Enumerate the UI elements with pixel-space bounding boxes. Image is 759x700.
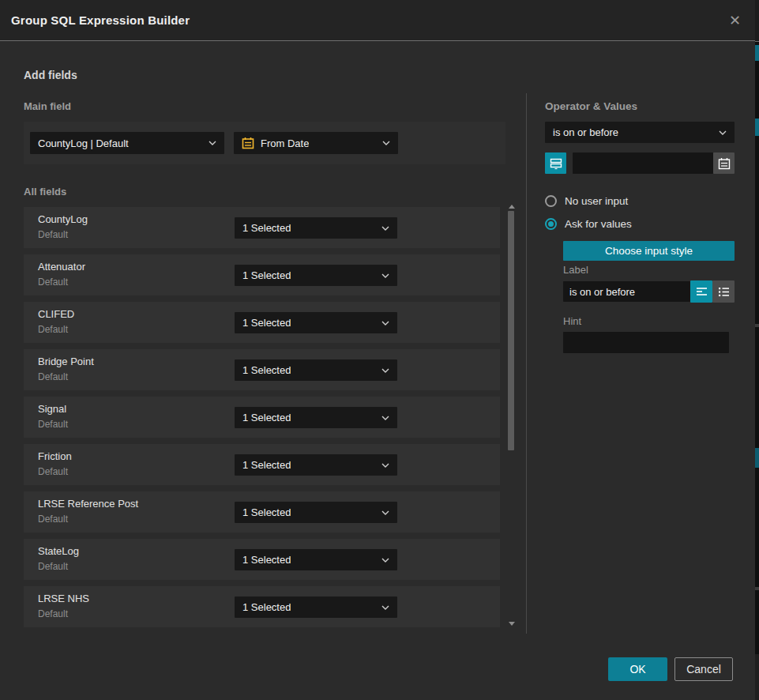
field-values-select[interactable]: 1 Selected bbox=[235, 454, 397, 476]
dialog-title: Group SQL Expression Builder bbox=[11, 13, 190, 27]
radio-label: No user input bbox=[565, 195, 628, 207]
field-subtitle: Default bbox=[38, 324, 68, 335]
scroll-up-icon[interactable] bbox=[509, 205, 515, 209]
field-row: CountyLog Default 1 Selected bbox=[24, 207, 500, 248]
bulleted-list-icon bbox=[718, 287, 730, 297]
main-layer-select[interactable]: CountyLog | Default bbox=[30, 132, 224, 154]
main-field-select-value: From Date bbox=[261, 137, 309, 149]
hint-field-label: Hint bbox=[563, 315, 581, 327]
field-values-select[interactable]: 1 Selected bbox=[235, 312, 397, 333]
field-name: Attenuator bbox=[38, 261, 85, 273]
field-values-select[interactable]: 1 Selected bbox=[235, 502, 397, 523]
operator-select-value: is on or before bbox=[553, 126, 618, 138]
field-values-select-value: 1 Selected bbox=[242, 554, 291, 566]
field-name: LRSE NHS bbox=[38, 593, 89, 604]
panel-divider bbox=[526, 93, 527, 634]
field-row: Attenuator Default 1 Selected bbox=[24, 254, 500, 295]
field-values-select-value: 1 Selected bbox=[242, 364, 291, 376]
field-values-select[interactable]: 1 Selected bbox=[235, 597, 397, 618]
label-field-label: Label bbox=[563, 264, 588, 276]
all-fields-list: CountyLog Default 1 Selected Attenuator … bbox=[24, 207, 500, 634]
field-subtitle: Default bbox=[38, 466, 68, 477]
single-line-style-button[interactable] bbox=[690, 280, 712, 303]
chevron-down-icon bbox=[381, 605, 389, 610]
field-values-select[interactable]: 1 Selected bbox=[235, 359, 397, 381]
main-field-row: CountyLog | Default From Date bbox=[24, 122, 505, 164]
chevron-down-icon bbox=[381, 368, 389, 373]
field-values-select-value: 1 Selected bbox=[242, 222, 291, 234]
value-input[interactable] bbox=[573, 152, 713, 174]
radio-no-user-input[interactable]: No user input bbox=[545, 193, 628, 209]
scroll-down-icon[interactable] bbox=[509, 622, 515, 626]
operator-values-heading: Operator & Values bbox=[545, 100, 637, 112]
field-subtitle: Default bbox=[38, 277, 68, 288]
field-values-select[interactable]: 1 Selected bbox=[235, 407, 397, 428]
list-scrollbar[interactable] bbox=[507, 203, 517, 630]
stacked-rows-icon bbox=[550, 157, 562, 170]
field-name: CLIFED bbox=[38, 308, 74, 320]
field-name: Friction bbox=[38, 450, 72, 462]
date-picker-button[interactable] bbox=[713, 152, 735, 174]
radio-circle bbox=[545, 218, 557, 230]
select-from-list-button[interactable] bbox=[545, 152, 566, 174]
field-row: StateLog Default 1 Selected bbox=[24, 539, 500, 580]
field-subtitle: Default bbox=[38, 514, 68, 525]
operator-select[interactable]: is on or before bbox=[545, 122, 735, 143]
main-field-select[interactable]: From Date bbox=[234, 132, 398, 154]
field-name: LRSE Reference Post bbox=[38, 498, 138, 510]
label-input[interactable] bbox=[563, 281, 690, 302]
field-row: Friction Default 1 Selected bbox=[24, 444, 500, 485]
chevron-down-icon bbox=[381, 226, 389, 231]
chevron-down-icon bbox=[381, 416, 389, 420]
field-values-select-value: 1 Selected bbox=[242, 459, 291, 471]
calendar-icon bbox=[242, 137, 254, 149]
chevron-down-icon bbox=[381, 463, 389, 468]
field-values-select[interactable]: 1 Selected bbox=[235, 265, 397, 286]
calendar-icon bbox=[718, 157, 731, 170]
radio-ask-for-values[interactable]: Ask for values bbox=[545, 216, 632, 231]
chevron-down-icon bbox=[382, 141, 390, 145]
field-row: LRSE NHS Default 1 Selected bbox=[24, 586, 500, 627]
chevron-down-icon bbox=[209, 141, 216, 145]
field-values-select-value: 1 Selected bbox=[242, 506, 291, 518]
field-values-select-value: 1 Selected bbox=[242, 317, 291, 329]
field-subtitle: Default bbox=[38, 371, 68, 382]
field-values-select-value: 1 Selected bbox=[242, 269, 291, 281]
chevron-down-icon bbox=[381, 510, 389, 515]
field-values-select[interactable]: 1 Selected bbox=[235, 217, 397, 239]
field-name: Signal bbox=[38, 403, 66, 415]
all-fields-heading: All fields bbox=[24, 186, 66, 198]
field-name: Bridge Point bbox=[38, 356, 94, 367]
chevron-down-icon bbox=[381, 558, 389, 563]
main-field-heading: Main field bbox=[24, 100, 71, 112]
field-row: Signal Default 1 Selected bbox=[24, 397, 500, 438]
ok-button[interactable]: OK bbox=[608, 657, 667, 681]
list-style-button[interactable] bbox=[712, 280, 735, 303]
add-fields-heading: Add fields bbox=[24, 69, 77, 81]
group-sql-expression-builder-dialog: Group SQL Expression Builder ✕ Add field… bbox=[0, 0, 759, 700]
dialog-header: Group SQL Expression Builder ✕ bbox=[0, 0, 755, 41]
radio-circle bbox=[545, 195, 557, 207]
scrollbar-thumb[interactable] bbox=[508, 211, 514, 450]
field-subtitle: Default bbox=[38, 608, 68, 619]
cancel-button[interactable]: Cancel bbox=[674, 657, 733, 681]
chevron-down-icon bbox=[719, 130, 727, 135]
align-left-icon bbox=[696, 287, 708, 297]
field-name: StateLog bbox=[38, 545, 79, 557]
main-layer-select-value: CountyLog | Default bbox=[38, 137, 129, 149]
field-name: CountyLog bbox=[38, 213, 88, 225]
field-values-select-value: 1 Selected bbox=[242, 412, 291, 423]
radio-label: Ask for values bbox=[565, 218, 632, 230]
hint-input[interactable] bbox=[563, 332, 729, 353]
close-icon[interactable]: ✕ bbox=[729, 13, 741, 28]
background-edge-strip bbox=[755, 0, 759, 700]
field-row: LRSE Reference Post Default 1 Selected bbox=[24, 491, 500, 533]
field-values-select[interactable]: 1 Selected bbox=[235, 549, 397, 570]
field-subtitle: Default bbox=[38, 229, 68, 240]
field-subtitle: Default bbox=[38, 561, 68, 572]
choose-input-style-button[interactable]: Choose input style bbox=[563, 241, 735, 261]
chevron-down-icon bbox=[381, 273, 389, 278]
field-row: CLIFED Default 1 Selected bbox=[24, 302, 500, 343]
field-subtitle: Default bbox=[38, 419, 68, 430]
field-values-select-value: 1 Selected bbox=[242, 601, 291, 613]
